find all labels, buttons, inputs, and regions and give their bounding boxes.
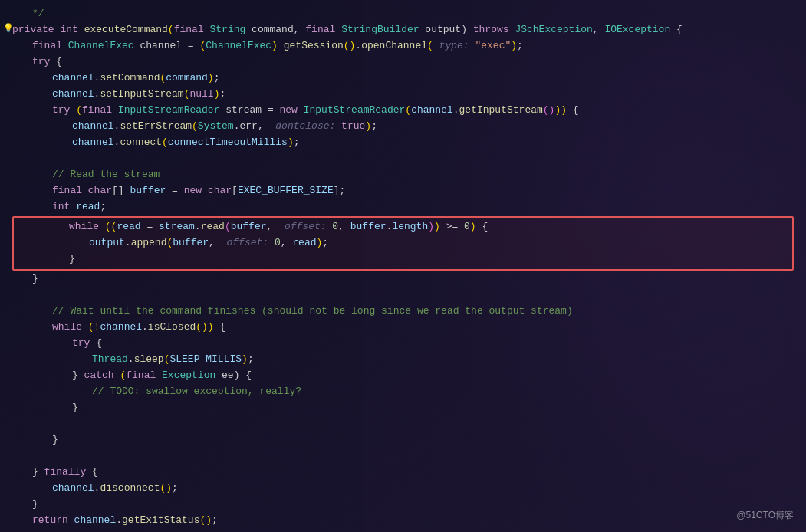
line-finally: } finally { — [0, 465, 806, 481]
line-thread-sleep: Thread.sleep(SLEEP_MILLIS); — [0, 352, 806, 368]
line-char-buffer: final char[] buffer = new char[EXEC_BUFF… — [0, 183, 806, 199]
line-set-command: channel.setCommand(command); — [0, 71, 806, 87]
line-set-errstream: channel.setErrStream(System.err, dontclo… — [0, 119, 806, 135]
line-while-close: } — [17, 251, 789, 268]
line-try2-open: try { — [0, 336, 806, 352]
line-while-loop: while ((read = stream.read(buffer, offse… — [17, 219, 789, 235]
line-while-channel: while (!channel.isClosed()) { — [0, 320, 806, 336]
line-finally-close: } — [0, 497, 806, 513]
code-editor: */ 💡 private int executeCommand(final St… — [0, 0, 806, 532]
line-blank2 — [0, 287, 806, 304]
line-method-sig: 💡 private int executeCommand(final Strin… — [0, 22, 806, 38]
line-method-close: } — [0, 529, 806, 532]
line-while-channel-close: } — [0, 432, 806, 448]
line-set-inputstream: channel.setInputStream(null); — [0, 87, 806, 103]
line-disconnect: channel.disconnect(); — [0, 481, 806, 497]
bulb-icon: 💡 — [3, 22, 14, 36]
line-todo-comment: // TODO: swallow exception, really? — [0, 384, 806, 400]
line-wait-comment: // Wait until the command finishes (shou… — [0, 304, 806, 320]
line-read-comment: // Read the stream — [0, 167, 806, 183]
line-output-append: output.append(buffer, offset: 0, read); — [17, 235, 789, 251]
line-comment-close: */ — [0, 6, 806, 22]
line-catch: } catch (final Exception ee) { — [0, 368, 806, 384]
line-return: return channel.getExitStatus(); — [0, 513, 806, 529]
line-blank1 — [0, 151, 806, 167]
line-int-read: int read; — [0, 199, 806, 215]
highlighted-while-block: while ((read = stream.read(buffer, offse… — [12, 216, 794, 271]
line-try-inner: try (final InputStreamReader stream = ne… — [0, 103, 806, 119]
line-try-open: try { — [0, 54, 806, 71]
line-blank3 — [0, 416, 806, 432]
watermark: @51CTO博客 — [736, 508, 794, 523]
line-blank4 — [0, 448, 806, 465]
line-inner-try-close: } — [0, 271, 806, 287]
line-catch-close: } — [0, 400, 806, 416]
line-channel-init: final ChannelExec channel = (ChannelExec… — [0, 38, 806, 54]
line-connect: channel.connect(connectTimeoutMillis); — [0, 135, 806, 151]
